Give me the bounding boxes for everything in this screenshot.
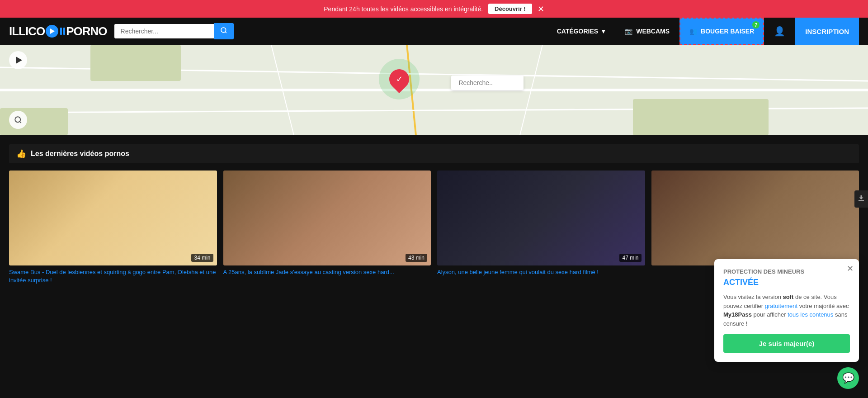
nav-categories[interactable]: CATÉGORIES ▾ [547, 18, 615, 45]
modal-close-button[interactable]: ✕ [847, 264, 854, 274]
map-search-text: Recherche.. [458, 79, 492, 86]
modal-title: PROTECTION DES MINEURS [723, 268, 850, 275]
svg-line-13 [19, 121, 21, 123]
section-title-bar: 👍 Les dernières vidéos pornos [9, 144, 859, 163]
logo-pause-icon [60, 28, 65, 35]
section-title: Les dernières vidéos pornos [31, 150, 129, 158]
bouger-baiser-label: BOUGER BAISER [701, 28, 754, 35]
modal-body: Vous visitez la version soft de ce site.… [723, 293, 850, 294]
map-pin-inner: ✓ [385, 65, 413, 93]
download-sidebar[interactable] [854, 190, 868, 208]
video-duration: 47 min [619, 254, 641, 262]
video-thumbnail [651, 171, 859, 265]
webcam-icon: 📷 [625, 28, 632, 35]
svg-point-12 [15, 117, 20, 122]
search-form [114, 23, 234, 39]
account-icon: 👤 [774, 26, 785, 37]
video-thumbnail: 34 min [9, 171, 217, 265]
map-background [0, 45, 868, 135]
video-title: Alyson, une belle jeune femme qui voulai… [437, 268, 645, 276]
nav-bouger-baiser[interactable]: 👥 BOUGER BAISER 7 [679, 18, 764, 45]
top-banner: Pendant 24h toutes les vidéos accessible… [0, 0, 868, 18]
logo-illico: ILLICO [9, 24, 45, 38]
people-icon: 👥 [689, 28, 697, 35]
svg-rect-9 [90, 45, 181, 81]
map-pin: ✓ [379, 59, 420, 100]
webcams-label: WEBCAMS [636, 28, 670, 35]
svg-line-1 [225, 32, 226, 33]
banner-close-button[interactable]: ✕ [538, 5, 544, 13]
nav-webcams[interactable]: 📷 WEBCAMS [615, 18, 679, 45]
svg-point-0 [221, 28, 226, 33]
video-duration: 34 min [191, 254, 213, 262]
thumbs-up-icon: 👍 [16, 149, 26, 159]
video-card[interactable]: 34 min Swame Bus - Duel de lesbiennes et… [9, 171, 217, 284]
main-nav: CATÉGORIES ▾ 📷 WEBCAMS 👥 BOUGER BAISER 7… [547, 18, 859, 45]
inscription-label: INSCRIPTION [805, 28, 849, 35]
protection-modal: ✕ PROTECTION DES MINEURS ACTIVÉE Vous vi… [714, 259, 859, 294]
map-play-button[interactable] [9, 51, 27, 69]
search-input[interactable] [114, 24, 214, 38]
video-thumbnail: 43 min [223, 171, 431, 265]
video-card[interactable]: 43 min A 25ans, la sublime Jade s'essaye… [223, 171, 431, 284]
map-search-box[interactable]: Recherche.. [451, 76, 524, 90]
video-title: Swame Bus - Duel de lesbiennes et squirt… [9, 268, 217, 284]
map-pin-circle: ✓ [379, 59, 420, 100]
video-duration: 43 min [406, 254, 427, 262]
header: ILLICO PORNO CATÉGORIES ▾ 📷 WEBCAMS 👥 BO… [0, 18, 868, 45]
download-icon [857, 194, 865, 202]
map-section: ✓ Recherche.. [0, 45, 868, 135]
video-card[interactable]: 47 min Alyson, une belle jeune femme qui… [437, 171, 645, 284]
video-title: A 25ans, la sublime Jade s'essaye au cas… [223, 268, 431, 276]
svg-rect-10 [633, 99, 769, 135]
bouger-baiser-badge: 7 [752, 21, 760, 28]
nav-inscription[interactable]: INSCRIPTION [795, 18, 859, 45]
search-button[interactable] [214, 23, 234, 39]
map-search-button[interactable] [9, 111, 27, 129]
nav-account[interactable]: 👤 [764, 18, 795, 45]
video-thumbnail: 47 min [437, 171, 645, 265]
chevron-down-icon: ▾ [602, 28, 605, 35]
checkmark-icon: ✓ [396, 74, 403, 84]
banner-text: Pendant 24h toutes les vidéos accessible… [324, 5, 483, 13]
categories-label: CATÉGORIES [557, 28, 599, 35]
logo-porno: PORNO [66, 24, 107, 38]
modal-activated: ACTIVÉE [723, 278, 850, 287]
logo[interactable]: ILLICO PORNO [9, 24, 107, 38]
logo-play-icon [46, 25, 58, 38]
discover-button[interactable]: Découvrir ! [488, 4, 532, 14]
